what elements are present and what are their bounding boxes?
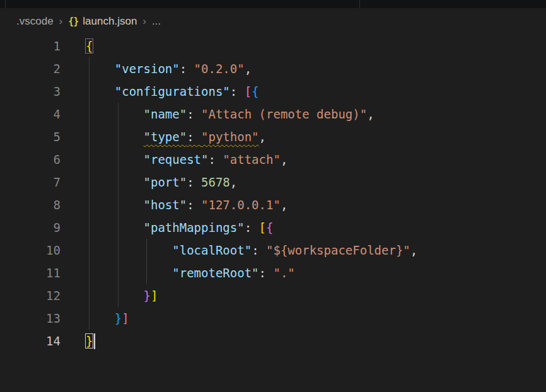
code-line[interactable]: 2 "version": "0.2.0", [0, 57, 546, 80]
code-token: "python" [201, 130, 259, 144]
code-token: "host" [144, 198, 187, 212]
code-text: { [61, 35, 93, 57]
code-token: : [187, 198, 201, 212]
code-token: } [115, 311, 122, 325]
code-text: "pathMappings": [{ [61, 216, 273, 239]
breadcrumb-symbol-ellipsis[interactable]: ... [152, 15, 161, 28]
code-token: "version" [115, 62, 180, 76]
code-token: "127.0.0.1" [201, 198, 281, 212]
code-text: "request": "attach", [61, 148, 288, 171]
indent-guide [146, 239, 147, 284]
code-text: }] [61, 284, 158, 307]
code-line[interactable]: 7 "port": 5678, [0, 171, 546, 193]
code-line[interactable]: 12 }] [0, 284, 546, 307]
code-token: 5678 [201, 175, 230, 189]
code-token [86, 130, 144, 144]
code-token: : [180, 62, 194, 76]
code-line[interactable]: 14} [0, 330, 546, 352]
breadcrumb-file[interactable]: launch.json [83, 15, 137, 28]
code-text: } [61, 330, 95, 352]
code-token: : [187, 130, 201, 144]
code-token: "remoteRoot" [172, 266, 258, 280]
code-text: "remoteRoot": "." [61, 262, 295, 284]
line-number[interactable]: 1 [0, 35, 61, 57]
code-line[interactable]: 10 "localRoot": "${workspaceFolder}", [0, 239, 546, 262]
indent-guide [89, 57, 90, 330]
code-line[interactable]: 11 "remoteRoot": "." [0, 262, 546, 284]
code-line[interactable]: 3 "configurations": [{ [0, 80, 546, 103]
code-text: "host": "127.0.0.1", [61, 193, 288, 216]
line-number[interactable]: 3 [0, 80, 61, 103]
code-line[interactable]: 6 "request": "attach", [0, 148, 546, 171]
code-text: "port": 5678, [61, 171, 237, 193]
code-token: : [245, 221, 259, 234]
tab-bar-strip [0, 0, 546, 8]
code-token: { [266, 221, 273, 234]
code-text: "configurations": [{ [61, 80, 259, 103]
code-token [86, 311, 115, 325]
line-number[interactable]: 12 [0, 284, 61, 307]
code-editor[interactable]: 1{2 "version": "0.2.0",3 "configurations… [0, 35, 546, 392]
code-line[interactable]: 1{ [0, 35, 546, 57]
line-number[interactable]: 10 [0, 239, 61, 262]
code-token: { [252, 84, 258, 98]
vscode-window: .vscode › {} launch.json › ... 1{2 "vers… [0, 0, 546, 392]
code-token: , [230, 175, 237, 189]
line-number[interactable]: 8 [0, 193, 61, 216]
line-number[interactable]: 2 [0, 57, 61, 80]
line-number[interactable]: 4 [0, 103, 61, 125]
code-token: : [187, 107, 201, 121]
code-token: : [230, 84, 245, 98]
code-token: , [245, 62, 252, 76]
indent-guide [118, 103, 119, 307]
code-text: "name": "Attach (remote debug)", [61, 103, 375, 125]
chevron-right-icon: › [142, 15, 146, 28]
code-token: , [367, 107, 374, 121]
code-token: "0.2.0" [194, 62, 245, 76]
code-line[interactable]: 9 "pathMappings": [{ [0, 216, 546, 239]
code-token [86, 221, 144, 234]
code-token [86, 198, 144, 212]
code-token: [ [245, 84, 252, 98]
code-token: "name" [144, 107, 187, 121]
code-line[interactable]: 8 "host": "127.0.0.1", [0, 193, 546, 216]
line-number[interactable]: 11 [0, 262, 61, 284]
code-token: ] [151, 289, 158, 303]
code-token: "localRoot" [172, 243, 252, 257]
code-token: , [281, 153, 288, 166]
code-token: "type" [144, 130, 187, 144]
line-number[interactable]: 6 [0, 148, 61, 171]
code-token: , [410, 243, 417, 257]
code-token: : [208, 153, 223, 166]
tab-separator [359, 0, 360, 8]
code-token: : [252, 243, 266, 257]
code-token: "." [273, 266, 294, 280]
chevron-right-icon: › [59, 15, 63, 28]
breadcrumb: .vscode › {} launch.json › ... [0, 8, 546, 35]
code-line[interactable]: 13 }] [0, 307, 546, 330]
text-cursor [94, 333, 95, 349]
code-token: "${workspaceFolder}" [266, 243, 410, 257]
code-token: "Attach (remote debug)" [201, 107, 367, 121]
matched-bracket: { [86, 39, 93, 53]
line-number[interactable]: 7 [0, 171, 61, 193]
code-token: , [259, 130, 266, 144]
line-number[interactable]: 9 [0, 216, 61, 239]
code-text: }] [61, 307, 129, 330]
code-token: : [259, 266, 274, 280]
code-line[interactable]: 4 "name": "Attach (remote debug)", [0, 103, 546, 125]
code-token: "configurations" [115, 84, 230, 98]
line-number[interactable]: 14 [0, 330, 61, 352]
code-text: "localRoot": "${workspaceFolder}", [61, 239, 417, 262]
code-token: ] [122, 311, 129, 325]
code-token: "port" [144, 175, 187, 189]
code-token: [ [259, 221, 266, 234]
code-token [86, 62, 115, 76]
line-number[interactable]: 5 [0, 125, 61, 148]
line-number[interactable]: 13 [0, 307, 61, 330]
code-token [86, 289, 144, 303]
breadcrumb-folder[interactable]: .vscode [16, 15, 54, 28]
code-token: "pathMappings" [144, 221, 245, 234]
code-line[interactable]: 5 "type": "python", [0, 125, 546, 148]
tab-separator [5, 0, 6, 8]
